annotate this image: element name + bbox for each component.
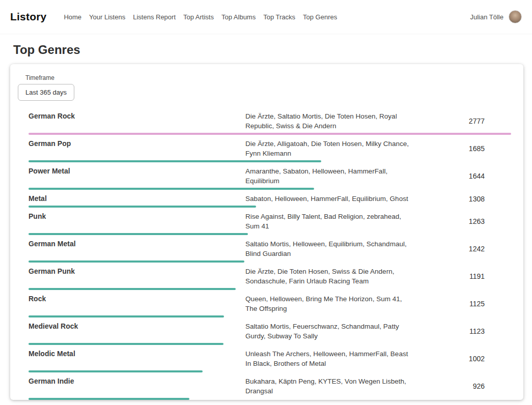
genre-row-grid: Metal Sabaton, Helloween, HammerFall, Eq… [29, 190, 511, 206]
genre-row-grid: Punk Rise Against, Billy Talent, Bad Rel… [29, 208, 511, 233]
nav-link-top-genres[interactable]: Top Genres [303, 13, 337, 21]
genre-count: 926 [414, 382, 511, 390]
genre-artists: Bukahara, Käptn Peng, KYTES, Von Wegen L… [245, 377, 414, 396]
genre-count: 1242 [414, 245, 511, 253]
main-content: Top Genres Timeframe Last 365 days Germa… [0, 43, 532, 400]
genre-artists: Saltatio Mortis, Helloween, Equilibrium,… [245, 239, 414, 258]
genre-artists: Die Ärzte, Die Toten Hosen, Swiss & Die … [245, 267, 414, 286]
genre-artists: Rise Against, Billy Talent, Bad Religion… [245, 212, 414, 231]
genre-artists: Amaranthe, Sabaton, Helloween, HammerFal… [245, 166, 414, 186]
nav-links: HomeYour ListensListens ReportTop Artist… [64, 13, 470, 21]
genre-row-grid: Melodic Metal Unleash The Archers, Hello… [29, 345, 511, 370]
genre-row[interactable]: Punk Rise Against, Billy Talent, Bad Rel… [29, 208, 511, 235]
genre-bar [29, 398, 511, 400]
genre-row-grid: German Indie Bukahara, Käptn Peng, KYTES… [29, 372, 511, 398]
genre-name: German Metal [29, 239, 245, 258]
genre-name: Punk [29, 212, 245, 231]
top-nav: Listory HomeYour ListensListens ReportTo… [0, 0, 532, 34]
genre-count: 1123 [414, 327, 511, 335]
genre-name: Metal [29, 194, 245, 204]
genre-count: 1308 [414, 195, 511, 203]
genre-row[interactable]: German Rock Die Ärzte, Saltatio Mortis, … [29, 107, 511, 135]
nav-link-top-artists[interactable]: Top Artists [183, 13, 214, 21]
genre-artists: Saltatio Mortis, Feuerschwanz, Schandmau… [245, 322, 414, 341]
genre-row-grid: German Rock Die Ärzte, Saltatio Mortis, … [29, 107, 511, 133]
page-title: Top Genres [13, 43, 523, 57]
genre-row[interactable]: Metal Sabaton, Helloween, HammerFall, Eq… [29, 190, 511, 208]
nav-link-top-tracks[interactable]: Top Tracks [263, 13, 295, 21]
top-genres-card: Timeframe Last 365 days German Rock Die … [10, 64, 523, 400]
genre-row[interactable]: Power Metal Amaranthe, Sabaton, Hellowee… [29, 162, 511, 190]
genre-row-grid: Rock Queen, Helloween, Bring Me The Hori… [29, 290, 511, 315]
genre-row-grid: Power Metal Amaranthe, Sabaton, Hellowee… [29, 162, 511, 188]
genre-list: German Rock Die Ärzte, Saltatio Mortis, … [29, 107, 511, 400]
genre-row[interactable]: German Metal Saltatio Mortis, Helloween,… [29, 235, 511, 263]
genre-row[interactable]: Medieval Rock Saltatio Mortis, Feuerschw… [29, 317, 511, 345]
genre-row-grid: German Punk Die Ärzte, Die Toten Hosen, … [29, 263, 511, 288]
brand-logo[interactable]: Listory [10, 11, 46, 23]
nav-link-listens-report[interactable]: Listens Report [133, 13, 176, 21]
genre-name: German Rock [29, 111, 245, 131]
genre-name: Rock [29, 294, 245, 313]
nav-link-your-listens[interactable]: Your Listens [89, 13, 125, 21]
genre-bar-fill [29, 398, 189, 400]
genre-count: 1263 [414, 217, 511, 225]
nav-link-top-albums[interactable]: Top Albums [221, 13, 256, 21]
nav-user-area: Julian Tölle [470, 10, 522, 23]
genre-name: Melodic Metal [29, 349, 245, 368]
genre-count: 1644 [414, 172, 511, 180]
genre-row-grid: German Pop Die Ärzte, Alligatoah, Die To… [29, 135, 511, 160]
genre-artists: Queen, Helloween, Bring Me The Horizon, … [245, 294, 414, 313]
genre-artists: Die Ärzte, Alligatoah, Die Toten Hosen, … [245, 139, 414, 158]
genre-count: 2777 [414, 117, 511, 125]
genre-name: German Pop [29, 139, 245, 158]
genre-artists: Unleash The Archers, Helloween, HammerFa… [245, 349, 414, 368]
genre-count: 1191 [414, 272, 511, 280]
genre-name: German Indie [29, 377, 245, 396]
user-avatar[interactable] [509, 10, 522, 23]
timeframe-select[interactable]: Last 365 days [18, 84, 74, 101]
genre-name: Power Metal [29, 166, 245, 186]
genre-name: German Punk [29, 267, 245, 286]
genre-count: 1125 [414, 300, 511, 308]
nav-link-home[interactable]: Home [64, 13, 81, 21]
genre-row[interactable]: German Pop Die Ärzte, Alligatoah, Die To… [29, 135, 511, 162]
genre-row-grid: German Metal Saltatio Mortis, Helloween,… [29, 235, 511, 261]
genre-artists: Sabaton, Helloween, HammerFall, Equilibr… [245, 194, 414, 204]
genre-row[interactable]: German Indie Bukahara, Käptn Peng, KYTES… [29, 372, 511, 400]
genre-row-grid: Medieval Rock Saltatio Mortis, Feuerschw… [29, 317, 511, 343]
genre-count: 1685 [414, 144, 511, 153]
genre-row[interactable]: Melodic Metal Unleash The Archers, Hello… [29, 345, 511, 372]
genre-name: Medieval Rock [29, 322, 245, 341]
user-name[interactable]: Julian Tölle [470, 13, 503, 21]
genre-row[interactable]: Rock Queen, Helloween, Bring Me The Hori… [29, 290, 511, 317]
genre-count: 1002 [414, 355, 511, 363]
genre-artists: Die Ärzte, Saltatio Mortis, Die Toten Ho… [245, 111, 414, 131]
genre-row[interactable]: German Punk Die Ärzte, Die Toten Hosen, … [29, 263, 511, 290]
timeframe-label: Timeframe [25, 74, 511, 81]
